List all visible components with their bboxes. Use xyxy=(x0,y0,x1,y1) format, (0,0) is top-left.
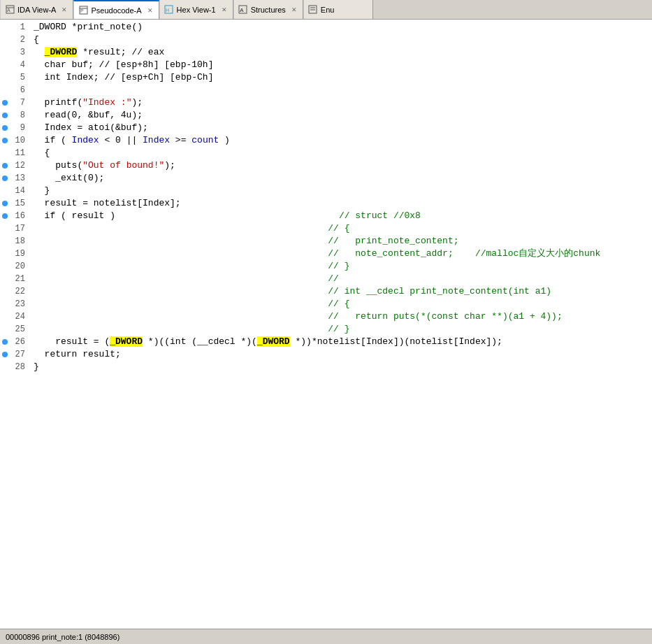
line-content: Index = atoi(&buf); xyxy=(29,122,649,134)
line-content: // xyxy=(29,273,649,285)
code-line[interactable]: 12 puts("Out of bound!"); xyxy=(0,159,652,172)
line-content: // } xyxy=(29,323,649,336)
line-dot xyxy=(0,361,10,373)
line-content: if ( Index < 0 || Index >= count ) xyxy=(29,134,649,147)
code-area[interactable]: 1_DWORD *print_note()2{3 _DWORD *result;… xyxy=(0,20,652,629)
line-content: puts("Out of bound!"); xyxy=(29,159,649,172)
line-dot xyxy=(0,71,10,84)
code-line[interactable]: 18 // print_note_content; xyxy=(0,235,652,248)
line-number: 9 xyxy=(10,122,29,134)
line-number: 16 xyxy=(10,210,29,222)
code-line[interactable]: 1_DWORD *print_note() xyxy=(0,21,652,34)
tab-structures-label: Structures xyxy=(251,6,286,14)
code-line[interactable]: 14 } xyxy=(0,185,652,197)
line-dot xyxy=(0,59,10,71)
line-content: return result; xyxy=(29,348,649,361)
line-content: result = (_DWORD *)((int (__cdecl *)(_DW… xyxy=(29,336,649,348)
line-dot xyxy=(0,222,10,235)
tab-hex-view-1[interactable]: H Hex View-1 ✕ xyxy=(159,0,233,19)
line-number: 1 xyxy=(10,21,29,34)
line-content: _DWORD *print_note() xyxy=(29,21,649,34)
line-number: 14 xyxy=(10,185,29,197)
code-line[interactable]: 4 char buf; // [esp+8h] [ebp-10h] xyxy=(0,59,652,71)
code-line[interactable]: 24 // return puts(*(const char **)(a1 + … xyxy=(0,310,652,323)
line-content: _exit(0); xyxy=(29,172,649,185)
hex-view-icon: H xyxy=(164,5,174,15)
code-line[interactable]: 6 xyxy=(0,84,652,96)
tab-hex-view-1-close[interactable]: ✕ xyxy=(220,6,229,14)
line-number: 21 xyxy=(10,273,29,285)
code-line[interactable]: 3 _DWORD *result; // eax xyxy=(0,46,652,59)
tab-structures[interactable]: A Structures ✕ xyxy=(233,0,303,19)
line-dot xyxy=(0,185,10,197)
line-number: 3 xyxy=(10,46,29,59)
code-line[interactable]: 5 int Index; // [esp+Ch] [ebp-Ch] xyxy=(0,71,652,84)
line-content: // { xyxy=(29,298,649,310)
line-content: // } xyxy=(29,260,649,273)
line-number: 6 xyxy=(10,84,29,96)
line-content: read(0, &buf, 4u); xyxy=(29,109,649,122)
line-number: 18 xyxy=(10,235,29,248)
code-line[interactable]: 15 result = notelist[Index]; xyxy=(0,197,652,210)
line-dot xyxy=(0,336,10,348)
code-line[interactable]: 21 // xyxy=(0,273,652,285)
line-content: int Index; // [esp+Ch] [ebp-Ch] xyxy=(29,71,649,84)
line-number: 25 xyxy=(10,323,29,336)
line-number: 22 xyxy=(10,285,29,298)
line-dot xyxy=(0,210,10,222)
line-dot xyxy=(0,310,10,323)
line-number: 17 xyxy=(10,222,29,235)
line-number: 4 xyxy=(10,59,29,71)
code-line[interactable]: 10 if ( Index < 0 || Index >= count ) xyxy=(0,134,652,147)
code-line[interactable]: 2{ xyxy=(0,34,652,46)
line-content: _DWORD *result; // eax xyxy=(29,46,649,59)
line-number: 27 xyxy=(10,348,29,361)
code-line[interactable]: 7 printf("Index :"); xyxy=(0,96,652,109)
svg-text:A: A xyxy=(240,7,244,13)
tab-pseudocode-a-close[interactable]: ✕ xyxy=(146,6,154,15)
status-bar: 00000896 print_note:1 (8048896) xyxy=(0,629,652,644)
line-dot xyxy=(0,46,10,59)
code-line[interactable]: 19 // note_content_addr; //malloc自定义大小的c… xyxy=(0,248,652,260)
ida-view-icon: A xyxy=(5,5,15,15)
line-number: 5 xyxy=(10,71,29,84)
line-dot xyxy=(0,348,10,361)
code-line[interactable]: 23 // { xyxy=(0,298,652,310)
line-number: 13 xyxy=(10,172,29,185)
tab-structures-close[interactable]: ✕ xyxy=(290,6,298,14)
enum-icon xyxy=(308,5,318,15)
tab-enum[interactable]: Enu xyxy=(303,0,373,19)
code-line[interactable]: 16 if ( result ) // struct //0x8 xyxy=(0,210,652,222)
code-line[interactable]: 8 read(0, &buf, 4u); xyxy=(0,109,652,122)
line-dot xyxy=(0,84,10,96)
tab-pseudocode-a[interactable]: P Pseudocode-A ✕ xyxy=(73,0,159,19)
line-content: result = notelist[Index]; xyxy=(29,197,649,210)
code-line[interactable]: 25 // } xyxy=(0,323,652,336)
code-line[interactable]: 28} xyxy=(0,361,652,373)
status-text: 00000896 print_note:1 (8048896) xyxy=(6,633,119,641)
tab-bar: A IDA View-A ✕ P Pseudocode-A ✕ H Hex Vi… xyxy=(0,0,652,20)
code-line[interactable]: 22 // int __cdecl print_note_content(int… xyxy=(0,285,652,298)
code-line[interactable]: 9 Index = atoi(&buf); xyxy=(0,122,652,134)
line-number: 11 xyxy=(10,147,29,159)
line-dot xyxy=(0,298,10,310)
line-content: } xyxy=(29,185,649,197)
code-line[interactable]: 11 { xyxy=(0,147,652,159)
line-content: // { xyxy=(29,222,649,235)
line-dot xyxy=(0,147,10,159)
code-line[interactable]: 27 return result; xyxy=(0,348,652,361)
line-dot xyxy=(0,248,10,260)
line-number: 23 xyxy=(10,298,29,310)
code-line[interactable]: 20 // } xyxy=(0,260,652,273)
line-dot xyxy=(0,96,10,109)
tab-ida-view-a-close[interactable]: ✕ xyxy=(60,6,68,14)
line-dot xyxy=(0,34,10,46)
line-number: 19 xyxy=(10,248,29,260)
line-dot xyxy=(0,197,10,210)
code-line[interactable]: 26 result = (_DWORD *)((int (__cdecl *)(… xyxy=(0,336,652,348)
code-line[interactable]: 13 _exit(0); xyxy=(0,172,652,185)
line-content: } xyxy=(29,361,649,373)
code-line[interactable]: 17 // { xyxy=(0,222,652,235)
tab-ida-view-a[interactable]: A IDA View-A ✕ xyxy=(0,0,73,19)
svg-text:P: P xyxy=(80,8,84,13)
